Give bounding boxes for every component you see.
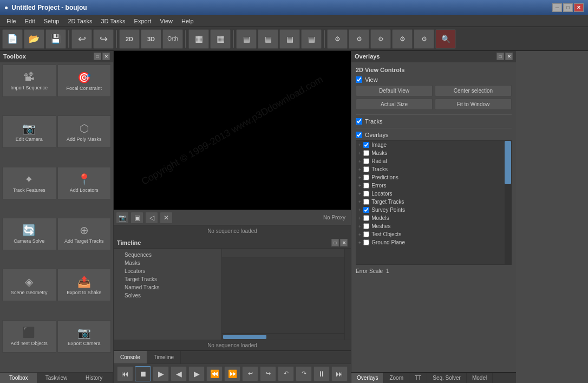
overlay-item-tracks[interactable]: +Tracks	[356, 165, 504, 173]
overlay-item-models[interactable]: +Models	[356, 214, 504, 222]
tab-toolbox[interactable]: Toolbox	[0, 373, 38, 383]
timeline-float-btn[interactable]: □	[331, 239, 339, 246]
maximize-button[interactable]: □	[563, 3, 573, 12]
overlay-item-test-objects[interactable]: +Test Objects	[356, 230, 504, 238]
tool-btn-5[interactable]: ⚙	[414, 29, 434, 49]
seq-btn-4[interactable]: ▤	[301, 29, 322, 49]
timeline-close-btn[interactable]: ✕	[340, 239, 348, 246]
orth-view-button[interactable]: Orth	[162, 29, 183, 49]
menu-item-setup[interactable]: Setup	[40, 17, 64, 25]
menu-item-help[interactable]: Help	[177, 17, 198, 25]
search-button[interactable]: 🔍	[435, 29, 456, 49]
overlay-scroll-thumb[interactable]	[505, 141, 511, 184]
tool-item-focal-constraint[interactable]: 🎯Focal Constraint	[57, 64, 112, 97]
tool-btn-4[interactable]: ⚙	[392, 29, 413, 49]
overlay-vscroll[interactable]	[505, 141, 511, 264]
pause-button[interactable]: ⏸	[313, 366, 330, 381]
overlay-item-ground-plane[interactable]: +Ground Plane	[356, 238, 504, 246]
tool-item-track-features[interactable]: ✦Track Features	[2, 167, 56, 199]
redo-button[interactable]: ↪	[93, 29, 114, 49]
tool-item-export-to-shake[interactable]: 📤Export to Shake	[57, 269, 112, 301]
overlays-checkbox[interactable]	[356, 132, 362, 138]
open-button[interactable]: 📂	[24, 29, 44, 49]
tool-item-edit-camera[interactable]: 📷Edit Camera	[2, 115, 56, 148]
seq-btn-1[interactable]: ▤	[236, 29, 257, 49]
go-start-button[interactable]: ⏮	[117, 366, 133, 381]
loop-fwd-button[interactable]: ↪	[260, 366, 276, 381]
menu-item-edit[interactable]: Edit	[21, 17, 40, 25]
2d-view-button[interactable]: 2D	[119, 29, 140, 49]
save-button[interactable]: 💾	[45, 29, 66, 49]
tab-history[interactable]: History	[75, 373, 113, 383]
overlay-item-image[interactable]: +Image	[356, 141, 504, 149]
tool-item-add-poly-masks[interactable]: ⬡Add Poly Masks	[57, 115, 112, 148]
timeline-vscroll[interactable]	[344, 249, 351, 340]
menu-item-3d tasks[interactable]: 3D Tasks	[97, 17, 130, 25]
tree-item-named-tracks[interactable]: Named Tracks	[114, 283, 221, 291]
tool-item-import-sequence[interactable]: 📽Import Sequence	[2, 64, 56, 97]
actual-size-button[interactable]: Actual Size	[356, 99, 433, 110]
toolbox-close-button[interactable]: ✕	[102, 53, 110, 60]
overlay-item-errors[interactable]: +Errors	[356, 181, 504, 190]
camera-icon-btn[interactable]: 📷	[116, 212, 129, 224]
view-checkbox[interactable]	[356, 76, 362, 83]
toolbox-float-button[interactable]: □	[94, 53, 101, 60]
tool-item-camera-solve[interactable]: 🔄Camera Solve	[2, 218, 56, 250]
tab-taskview[interactable]: Taskview	[38, 373, 76, 383]
tool-item-add-target-tracks[interactable]: ⊕Add Target Tracks	[57, 218, 112, 250]
center-selection-button[interactable]: Center selection	[435, 85, 512, 96]
tab-console[interactable]: Console	[114, 351, 147, 363]
step-fwd-button[interactable]: ▶	[188, 366, 205, 381]
overlay-item-masks[interactable]: +Masks	[356, 149, 504, 157]
br-tab-overlays[interactable]: Overlays	[351, 373, 384, 383]
new-button[interactable]: 📄	[2, 29, 23, 49]
back-btn[interactable]: ◁	[145, 212, 158, 224]
tool-btn-1[interactable]: ⚙	[327, 29, 348, 49]
reverse-button[interactable]: ↶	[278, 366, 294, 381]
play-button[interactable]: ▶	[153, 366, 169, 381]
skip-fwd-button[interactable]: ⏩	[224, 366, 240, 381]
loop-back-button[interactable]: ↩	[242, 366, 258, 381]
tool-btn-2[interactable]: ⚙	[349, 29, 369, 49]
overlay-item-predictions[interactable]: +Predictions	[356, 173, 504, 181]
tab-timeline[interactable]: Timeline	[147, 351, 181, 363]
seq-btn-2[interactable]: ▤	[258, 29, 278, 49]
timeline-hscroll-thumb[interactable]	[223, 335, 266, 339]
overlays-float-btn[interactable]: □	[496, 53, 504, 60]
overlay-item-target-tracks[interactable]: +Target Tracks	[356, 198, 504, 206]
cross-btn[interactable]: ✕	[160, 212, 173, 224]
grid-btn-2[interactable]: ▦	[210, 29, 231, 49]
go-end-button[interactable]: ⏭	[331, 366, 348, 381]
minimize-button[interactable]: ─	[552, 3, 562, 12]
menu-item-view[interactable]: View	[155, 17, 177, 25]
grid-btn-1[interactable]: ▦	[188, 29, 209, 49]
tree-item-solves[interactable]: Solves	[114, 291, 221, 300]
undo-button[interactable]: ↩	[71, 29, 92, 49]
tree-item-masks[interactable]: Masks	[114, 259, 221, 267]
tool-btn-3[interactable]: ⚙	[370, 29, 391, 49]
rect-btn[interactable]: ▣	[130, 212, 143, 224]
tracks-checkbox[interactable]	[356, 118, 362, 125]
timeline-scrollbar-h[interactable]	[222, 333, 344, 340]
overlays-close-btn[interactable]: ✕	[505, 53, 513, 60]
tool-item-export-camera[interactable]: 📷Export Camera	[57, 320, 112, 353]
overlay-item-survey-points[interactable]: +Survey Points	[356, 206, 504, 214]
tree-item-target-tracks[interactable]: Target Tracks	[114, 275, 221, 283]
br-tab-model[interactable]: Model	[467, 373, 493, 383]
br-tab-tt[interactable]: TT	[409, 373, 427, 383]
br-tab-zoom[interactable]: Zoom	[384, 373, 409, 383]
seq-btn-3[interactable]: ▤	[279, 29, 300, 49]
menu-item-2d tasks[interactable]: 2D Tasks	[63, 17, 96, 25]
overlay-item-locators[interactable]: +Locators	[356, 190, 504, 198]
br-tab-seq-solver[interactable]: Seq. Solver	[427, 373, 467, 383]
forward-button[interactable]: ↷	[296, 366, 312, 381]
fit-to-window-button[interactable]: Fit to Window	[435, 99, 512, 110]
stop-button[interactable]: ⏹	[135, 366, 151, 381]
overlay-item-meshes[interactable]: +Meshes	[356, 222, 504, 230]
overlay-item-radial[interactable]: +Radial	[356, 157, 504, 165]
tree-item-locators[interactable]: Locators	[114, 267, 221, 275]
tool-item-add-locators[interactable]: 📍Add Locators	[57, 167, 112, 199]
tool-item-scene-geometry[interactable]: ◈Scene Geometry	[2, 269, 56, 301]
default-view-button[interactable]: Default View	[356, 85, 433, 96]
skip-back-button[interactable]: ⏪	[206, 366, 223, 381]
